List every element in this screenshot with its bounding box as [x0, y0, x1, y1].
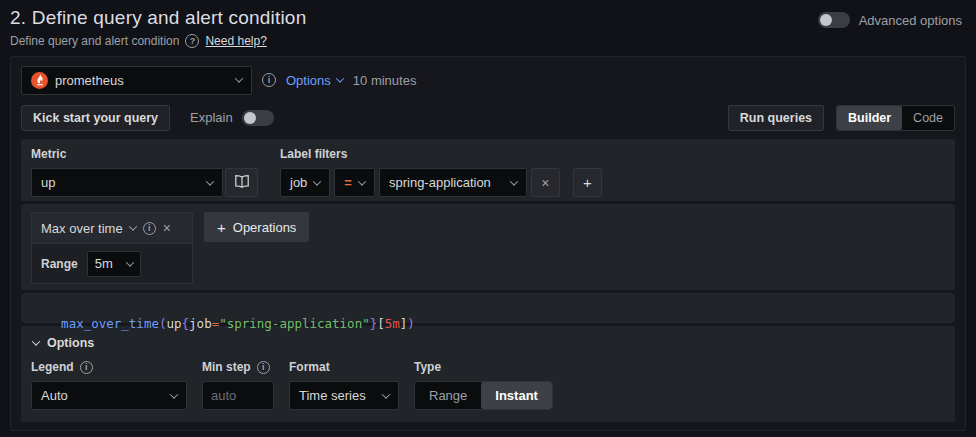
- chevron-down-icon: [336, 74, 344, 82]
- plus-icon: +: [583, 174, 592, 191]
- query-type-switch: Range Instant: [414, 381, 553, 410]
- metric-block: Metric up: [21, 139, 955, 201]
- filter-key-select[interactable]: job: [280, 168, 330, 197]
- evaluation-interval: 10 minutes: [353, 73, 417, 88]
- operation-card-body: Range 5m: [32, 243, 192, 283]
- remove-filter-button[interactable]: ×: [531, 168, 560, 197]
- chevron-down-icon: [128, 222, 136, 230]
- min-step-field: Min step i: [202, 360, 274, 410]
- close-icon: ×: [541, 176, 549, 190]
- page-subtitle: Define query and alert condition: [10, 34, 179, 48]
- chevron-down-icon: [206, 177, 214, 185]
- metric-field: Metric up: [31, 147, 258, 197]
- remove-operation-icon[interactable]: ×: [163, 221, 171, 235]
- page-header: 2. Define query and alert condition Adva…: [0, 0, 976, 48]
- mode-code-tab[interactable]: Code: [902, 106, 954, 130]
- add-operations-button[interactable]: + Operations: [204, 212, 309, 242]
- mode-builder-tab[interactable]: Builder: [837, 106, 902, 130]
- min-step-label: Min step: [202, 360, 251, 374]
- prometheus-logo-icon: [31, 72, 48, 89]
- query-expression: max_over_time(up{job="spring-application…: [61, 316, 415, 331]
- operation-card-header[interactable]: Max over time i ×: [32, 213, 192, 243]
- legend-label: Legend: [31, 360, 74, 374]
- chevron-down-icon: [235, 74, 243, 82]
- need-help-link[interactable]: Need help?: [205, 34, 266, 48]
- label-filters-field: Label filters job = spring-application: [280, 147, 602, 197]
- explain-control: Explain: [190, 110, 274, 126]
- datasource-picker[interactable]: prometheus: [21, 66, 252, 95]
- type-label: Type: [414, 360, 441, 374]
- datasource-name: prometheus: [55, 73, 124, 88]
- metric-label: Metric: [31, 147, 258, 161]
- options-title: Options: [47, 336, 94, 350]
- kick-start-query-button[interactable]: Kick start your query: [21, 105, 170, 131]
- format-field: Format Time series: [289, 360, 399, 410]
- add-filter-button[interactable]: +: [573, 168, 602, 197]
- type-field: Type Range Instant: [414, 360, 553, 410]
- options-collapse-toggle[interactable]: Options: [33, 336, 945, 350]
- help-circle-icon: ?: [185, 34, 199, 48]
- plus-icon: +: [217, 220, 226, 235]
- type-instant-tab[interactable]: Instant: [481, 382, 552, 409]
- format-select[interactable]: Time series: [289, 381, 399, 410]
- info-circle-icon[interactable]: i: [143, 222, 156, 235]
- format-label: Format: [289, 360, 330, 374]
- run-queries-button[interactable]: Run queries: [728, 105, 824, 131]
- chevron-down-icon: [510, 177, 518, 185]
- filter-value-select[interactable]: spring-application: [379, 168, 527, 197]
- query-section-container: prometheus i Options 10 minutes Kick sta…: [10, 56, 966, 431]
- advanced-options-control: Advanced options: [818, 12, 962, 28]
- range-select[interactable]: 5m: [87, 251, 141, 277]
- info-circle-icon: i: [257, 361, 270, 374]
- query-preview-block: max_over_time(up{job="spring-application…: [21, 293, 955, 323]
- operation-name: Max over time: [41, 221, 123, 236]
- editor-mode-switch: Builder Code: [836, 105, 955, 131]
- datasource-row: prometheus i Options 10 minutes: [21, 65, 955, 95]
- explain-toggle[interactable]: [242, 110, 274, 126]
- range-label: Range: [41, 257, 78, 271]
- operations-block: Max over time i × Range 5m + Operations: [21, 204, 955, 290]
- info-circle-icon: i: [80, 361, 93, 374]
- chevron-down-icon: [125, 258, 133, 266]
- chevron-down-icon: [358, 177, 366, 185]
- label-filters-label: Label filters: [280, 147, 602, 161]
- operation-card: Max over time i × Range 5m: [31, 212, 193, 284]
- metric-select[interactable]: up: [31, 168, 223, 197]
- chevron-down-icon: [313, 177, 321, 185]
- advanced-options-toggle[interactable]: [818, 12, 850, 28]
- info-circle-icon: i: [262, 73, 276, 87]
- filter-operator-select[interactable]: =: [334, 168, 375, 197]
- page-title: 2. Define query and alert condition: [10, 7, 306, 29]
- legend-select[interactable]: Auto: [31, 381, 187, 410]
- type-range-tab[interactable]: Range: [415, 382, 481, 409]
- options-block: Options Legend i Auto Min step i: [21, 326, 955, 422]
- metrics-explorer-button[interactable]: [225, 168, 258, 197]
- book-icon: [234, 174, 250, 192]
- chevron-down-icon: [382, 390, 390, 398]
- chevron-down-icon: [170, 390, 178, 398]
- explain-label: Explain: [190, 110, 233, 125]
- query-toolbar: Kick start your query Explain Run querie…: [21, 104, 955, 131]
- legend-field: Legend i Auto: [31, 360, 187, 410]
- advanced-options-label: Advanced options: [859, 13, 962, 28]
- datasource-options-link[interactable]: Options: [286, 73, 343, 88]
- min-step-input[interactable]: [202, 381, 274, 410]
